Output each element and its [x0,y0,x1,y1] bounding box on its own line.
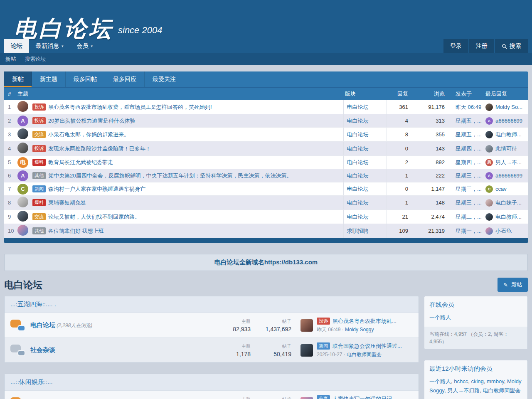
avatar[interactable]: A [485,172,493,180]
topic-title-link[interactable]: 森沟村一户人家在家中熟睡遭遇车祸身亡 [48,186,145,192]
avatar[interactable]: A [17,116,28,126]
topic-posted-link[interactable]: 星期三，... [456,200,482,206]
forum-name-link[interactable]: 电白论坛 [30,321,55,328]
last-reply-user-link[interactable]: a66666699 [495,118,522,124]
new-post-button[interactable]: ✎ 新帖 [498,278,528,292]
avatar[interactable]: C [17,184,28,195]
visitor-link[interactable]: cking [471,378,483,384]
topic-posted-link[interactable]: 星期四，... [456,145,482,152]
topic-posted-link[interactable]: 星期四，... [456,159,482,165]
avatar[interactable] [17,197,28,207]
search-button[interactable]: 搜索 [495,39,528,53]
avatar[interactable] [485,213,493,221]
topic-title-link[interactable]: 党中央第20届四中全会，反腐旗帜鲜明，中央下达新五年计划：坚持科学决策，民主决策… [48,172,292,179]
column-header: 发表于 [454,88,484,100]
topic-title-link[interactable]: 柬埔寨短期免签 [48,200,86,206]
topic-posted-link[interactable]: 昨天 06:49 [456,104,481,110]
topic-forum-link[interactable]: 电白论坛 [347,159,369,165]
topic-forum-link[interactable]: 电白论坛 [347,104,369,110]
topic-forum-link[interactable]: 电白论坛 [347,172,369,179]
logo[interactable]: 电白论坛 since 2004 [0,0,532,39]
last-reply-user-link[interactable]: 电白教师... [495,213,522,221]
last-reply-user-link[interactable]: 小石龟 [495,227,512,235]
visitor-link[interactable]: 电白教师同盟会 [483,387,520,394]
last-reply-user-link[interactable]: 男人→不... [495,159,522,166]
visitor-link[interactable]: 一个路人 [429,378,451,384]
topic-posted-link[interactable]: 星期一，... [456,228,482,234]
hot-tab[interactable]: 新帖 [4,71,32,87]
avatar[interactable] [17,128,28,139]
topic-forum-link[interactable]: 电白论坛 [347,200,369,206]
category-title[interactable]: ...:五湖四海::.... . [5,296,419,313]
hot-tab[interactable]: 最受关注 [145,71,184,87]
topic-forum-link[interactable]: 电白论坛 [347,118,369,124]
forum-name-link[interactable]: 社会杂谈 [30,346,55,353]
avatar[interactable]: C [485,185,493,193]
topic-posted-link[interactable]: 星期三，... [456,186,482,192]
avatar[interactable] [17,143,28,153]
login-link[interactable]: 登录 [443,39,468,53]
avatar[interactable] [485,227,493,235]
topic-forum-link[interactable]: 求职招聘 [347,228,369,234]
column-header: 主题 [16,88,343,100]
avatar[interactable] [17,101,28,112]
last-reply-user-link[interactable]: 电白教师... [495,131,522,138]
avatar[interactable]: A [485,117,493,125]
topic-posted-cell: 星期四，... [454,142,484,156]
announcement-link[interactable]: 电白论坛全新域名https://db133.com [214,259,318,266]
hot-tab[interactable]: 新主题 [32,71,66,87]
avatar[interactable] [485,131,493,138]
topic-forum-link[interactable]: 电白论坛 [347,145,369,152]
last-reply-user-link[interactable]: 电白妹子... [495,199,522,207]
register-link[interactable]: 注册 [469,39,494,53]
avatar[interactable] [17,225,28,236]
avatar[interactable]: 男 [485,159,493,166]
avatar[interactable] [300,319,313,332]
topic-forum-link[interactable]: 电白论坛 [347,131,369,138]
avatar[interactable] [485,103,493,111]
avatar[interactable] [17,211,28,222]
visitor-link[interactable]: mmboy [487,378,504,384]
topic-title-link[interactable]: 论坛又被封，大伙们找不到回家的路。 [48,214,140,220]
nav-item-forum[interactable]: 论坛 [4,39,29,53]
topic-posted-link[interactable]: 星期二，... [456,214,482,220]
topic-title-link[interactable]: 教育局长江允武被纪委带走 [48,159,113,165]
online-member-link[interactable]: 一个路人 [429,314,451,320]
topic-posted-link[interactable]: 星期三，... [456,172,482,179]
latest-post-link[interactable]: 联合国紧急会议压倒性通过... [332,343,402,349]
avatar[interactable] [300,397,313,399]
avatar[interactable]: A [17,170,28,181]
avatar[interactable]: 电 [17,157,28,168]
hot-tab[interactable]: 最多回应 [105,71,145,87]
visitor-link[interactable]: hchcc [454,378,468,384]
latest-post-link[interactable]: 大家快来写一句话的日记 [332,396,392,399]
topic-title-link[interactable]: 各位前辈们好 我想上班 [48,228,104,234]
topic-title-link[interactable]: 黑心茂名粤西农批市场乱收费，看市场员工是怎样回答的，笑死她妈! [48,104,212,110]
nav-item-latest-news[interactable]: 最新消息▾ [29,39,70,53]
topic-title-link[interactable]: 20岁出头被公权力迫害是种什么体验 [48,118,135,124]
hot-tab[interactable]: 最多回帖 [66,71,105,87]
topic-forum-link[interactable]: 电白论坛 [347,214,369,220]
subnav-new-posts[interactable]: 新帖 [5,56,16,63]
subnav-search-forum[interactable]: 搜索论坛 [25,56,46,63]
visitor-link[interactable]: 男人→不归路 [447,387,480,394]
last-reply-user-link[interactable]: a66666699 [495,172,522,179]
latest-post-link[interactable]: 黑心茂名粤西农批市场乱... [332,318,397,324]
topic-forum-link[interactable]: 电白论坛 [347,186,369,192]
category-block: ...:五湖四海::.... .电白论坛 (2,298人在浏览)主题82,933… [4,296,419,363]
topic-last-reply-cell: 电白教师... [484,128,528,142]
topic-title-link[interactable]: 发现水东两处路段沙井盖像陷阱！已多年！ [48,145,151,152]
topic-title-link[interactable]: 小泉石龟太郎，你妈的赶紧进来。 [48,131,129,138]
category-title[interactable]: ...::休闲娱乐::... [5,374,419,390]
last-reply-user-link[interactable]: Moldy So... [495,104,522,110]
avatar[interactable] [485,145,493,153]
last-reply-user-link[interactable]: 此情可待 [495,145,517,153]
latest-post-author[interactable]: Moldy Soggy [345,327,374,332]
topic-posted-link[interactable]: 星期五，... [456,131,482,138]
last-reply-user-link[interactable]: ccav [495,186,507,192]
topic-posted-link[interactable]: 星期五，... [456,118,482,124]
avatar[interactable] [485,199,493,207]
nav-item-members[interactable]: 会员▾ [70,39,100,53]
avatar[interactable] [300,344,313,357]
latest-post-author[interactable]: 电白教师同盟会 [347,352,382,357]
